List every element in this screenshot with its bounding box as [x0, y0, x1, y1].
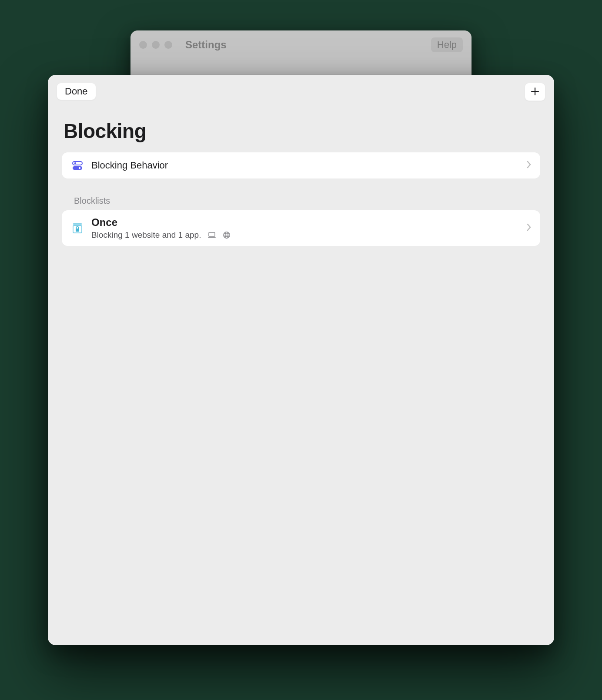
- plus-icon: [530, 87, 540, 98]
- blocklist-lock-icon: [70, 220, 85, 236]
- svg-rect-2: [73, 162, 82, 165]
- backdrop-titlebar: Settings Help: [139, 37, 463, 52]
- done-button-label: Done: [65, 86, 88, 97]
- blocking-behavior-row[interactable]: Blocking Behavior: [62, 152, 540, 178]
- backdrop-window-title: Settings: [185, 39, 426, 51]
- toggles-icon: [70, 158, 85, 173]
- help-button[interactable]: Help: [431, 37, 463, 52]
- svg-rect-9: [209, 232, 215, 236]
- sheet-toolbar: Done: [48, 75, 554, 101]
- svg-rect-8: [76, 229, 79, 232]
- blocklist-subtitle: Blocking 1 website and 1 app.: [91, 230, 201, 240]
- help-button-label: Help: [437, 39, 457, 50]
- blocklist-name: Once: [91, 216, 526, 229]
- blocklist-text-wrap: Once Blocking 1 website and 1 app.: [91, 216, 526, 240]
- chevron-right-icon: [526, 223, 532, 233]
- svg-rect-6: [73, 223, 82, 225]
- close-window-button[interactable]: [139, 41, 147, 49]
- fullscreen-window-button[interactable]: [164, 41, 172, 49]
- blocklist-row-once[interactable]: Once Blocking 1 website and 1 app.: [62, 210, 540, 246]
- blocking-behavior-label: Blocking Behavior: [91, 160, 526, 171]
- svg-point-5: [79, 167, 80, 169]
- blocklists-section-header: Blocklists: [48, 178, 554, 210]
- window-traffic-lights: [139, 41, 172, 49]
- page-title: Blocking: [48, 101, 554, 152]
- globe-icon: [223, 231, 231, 239]
- svg-rect-4: [73, 166, 82, 170]
- add-blocklist-button[interactable]: [525, 83, 545, 101]
- minimize-window-button[interactable]: [152, 41, 160, 49]
- blocklist-subtitle-row: Blocking 1 website and 1 app.: [91, 230, 526, 240]
- chevron-right-icon: [526, 160, 532, 171]
- laptop-icon: [207, 232, 217, 239]
- done-button[interactable]: Done: [57, 83, 96, 100]
- svg-point-3: [74, 162, 76, 164]
- blocking-sheet: Done Blocking Blocking Behavior: [48, 75, 554, 645]
